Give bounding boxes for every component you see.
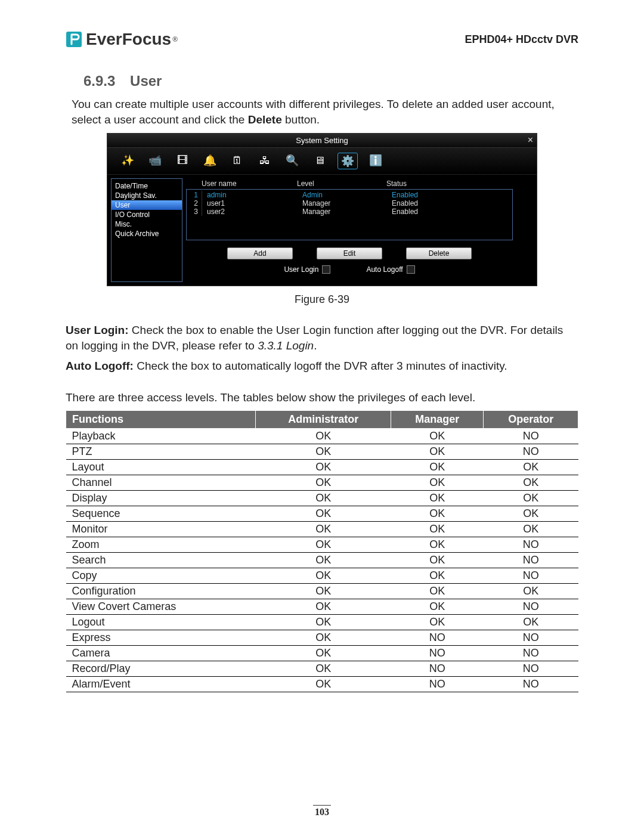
sidebar-item[interactable]: Daylight Sav.	[112, 191, 182, 200]
disk-icon[interactable]: 🔍	[283, 153, 302, 168]
table-row[interactable]: 2user1ManagerEnabled	[187, 199, 512, 208]
table-row: LogoutOKOKOK	[66, 614, 578, 630]
table-row: SearchOKOKNO	[66, 552, 578, 568]
table-header: Administrator	[256, 410, 391, 428]
sidebar-item[interactable]: I/O Control	[112, 210, 182, 219]
section-title-text: User	[130, 73, 162, 89]
dvr-toolbar: ✨ 📹 🎞 🔔 🗓 🖧 🔍 🖥 ⚙️ ℹ️	[107, 148, 537, 175]
alarm-icon[interactable]: 🔔	[200, 153, 219, 168]
product-name: EPHD04+ HDcctv DVR	[465, 33, 578, 46]
table-row[interactable]: 3user2ManagerEnabled	[187, 208, 512, 216]
section-number: 6.9.3	[83, 73, 115, 89]
delete-button[interactable]: Delete	[406, 247, 472, 259]
sidebar-item[interactable]: Date/Time	[112, 181, 182, 191]
dvr-user-list: 1adminAdminEnabled2user1ManagerEnabled3u…	[186, 189, 513, 240]
table-row: ExpressOKNONO	[66, 630, 578, 645]
table-row: CopyOKOKNO	[66, 568, 578, 583]
table-row: ConfigurationOKOKOK	[66, 583, 578, 599]
table-row: PTZOKOKNO	[66, 444, 578, 459]
privileges-table: FunctionsAdministratorManagerOperator Pl…	[66, 410, 578, 692]
table-row: PlaybackOKOKNO	[66, 428, 578, 444]
table-row: ChannelOKOKOK	[66, 475, 578, 490]
record-icon[interactable]: 🎞	[173, 153, 192, 168]
checkbox-icon	[322, 265, 330, 274]
table-header: Functions	[66, 410, 256, 428]
table-row: View Covert CamerasOKOKNO	[66, 599, 578, 614]
camera-icon[interactable]: 📹	[145, 153, 165, 168]
table-header: Operator	[484, 410, 578, 428]
table-row: CameraOKNONO	[66, 645, 578, 661]
logo-icon	[66, 31, 82, 48]
table-row: ZoomOKOKNO	[66, 537, 578, 552]
table-row: SequenceOKOKOK	[66, 506, 578, 521]
table-header: Manager	[391, 410, 484, 428]
display-icon[interactable]: 🖥	[310, 153, 329, 168]
info-icon[interactable]: ℹ️	[366, 153, 385, 168]
system-icon[interactable]: ⚙️	[338, 153, 358, 169]
sidebar-item[interactable]: Quick Archive	[112, 229, 182, 239]
auto-logoff-paragraph: Auto Logoff: Check the box to automatica…	[66, 358, 578, 374]
page-number: 103	[0, 805, 644, 817]
registered-mark: ®	[172, 35, 178, 44]
table-row: Record/PlayOKNONO	[66, 661, 578, 676]
dvr-sidebar: Date/TimeDaylight Sav.UserI/O ControlMis…	[111, 178, 182, 282]
table-row[interactable]: 1adminAdminEnabled	[187, 191, 512, 199]
auto-logoff-checkbox[interactable]: Auto Logoff	[366, 265, 414, 274]
add-button[interactable]: Add	[227, 247, 293, 259]
dvr-screenshot: System Setting × ✨ 📹 🎞 🔔 🗓 🖧 🔍 🖥 ⚙️ ℹ️ D…	[107, 133, 537, 286]
brand-name: EverFocus	[86, 30, 171, 49]
user-login-paragraph: User Login: Check the box to enable the …	[66, 323, 578, 353]
wizard-icon[interactable]: ✨	[118, 153, 137, 168]
figure-caption: Figure 6-39	[66, 293, 578, 306]
page-header: EverFocus ® EPHD04+ HDcctv DVR	[66, 30, 578, 49]
intro-paragraph: You can create multiple user accounts wi…	[72, 97, 578, 127]
table-row: Alarm/EventOKNONO	[66, 676, 578, 692]
sidebar-item[interactable]: User	[112, 200, 182, 210]
table-row: MonitorOKOKOK	[66, 521, 578, 537]
table-row: DisplayOKOKOK	[66, 490, 578, 506]
section-heading: 6.9.3 User	[83, 73, 578, 89]
sidebar-item[interactable]: Misc.	[112, 219, 182, 229]
brand-logo: EverFocus ®	[66, 30, 178, 49]
dvr-table-header: User name Level Status	[186, 178, 531, 189]
network-icon[interactable]: 🖧	[255, 153, 274, 168]
edit-button[interactable]: Edit	[317, 247, 382, 259]
dvr-window-title: System Setting ×	[107, 134, 537, 148]
table-row: LayoutOKOKOK	[66, 459, 578, 475]
user-login-checkbox[interactable]: User Login	[284, 265, 330, 274]
checkbox-icon	[407, 265, 415, 274]
schedule-icon[interactable]: 🗓	[228, 153, 247, 168]
levels-intro: There are three access levels. The table…	[66, 390, 578, 405]
close-icon[interactable]: ×	[528, 135, 533, 145]
